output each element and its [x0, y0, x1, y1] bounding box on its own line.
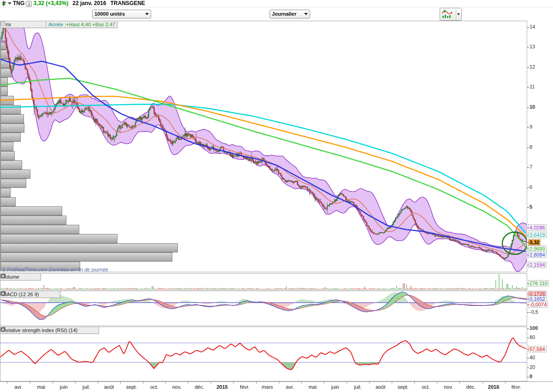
time-axis-tick — [188, 382, 188, 384]
time-axis-tick — [301, 382, 302, 384]
close-icon[interactable] — [25, 22, 30, 27]
time-axis-label: juil. — [82, 384, 90, 390]
axis-tick — [527, 328, 529, 329]
time-axis-label: juin — [60, 384, 68, 390]
window-icon[interactable] — [27, 275, 32, 280]
rsi-chart[interactable] — [0, 327, 527, 381]
value-tag: 57,584 — [528, 346, 547, 352]
axis-tick — [527, 167, 529, 168]
time-axis-tick — [369, 382, 370, 384]
tool-icon-disabled — [38, 22, 43, 27]
axis-label: 12 — [529, 64, 535, 70]
axis-label: 8 — [529, 144, 532, 150]
value-tag: 2,8084 — [528, 252, 547, 258]
period-dropdown[interactable]: Journalier — [270, 10, 310, 18]
axis-tick — [527, 47, 529, 47]
rsi-panel-title: Relative strength index (RSI) (14) — [2, 328, 77, 333]
wrench-icon[interactable] — [79, 328, 84, 333]
value-tag: 276 110 — [528, 280, 549, 287]
axis-tick — [527, 299, 529, 299]
annotation-year-range: Année :+Haut 4,40 +Bas 2,47 — [48, 22, 115, 27]
close-icon[interactable] — [53, 292, 58, 297]
time-axis-label: 2016 — [488, 384, 499, 390]
units-dropdown-value: 10000 unités — [94, 11, 125, 17]
axis-label: 40 — [529, 355, 535, 360]
wrench-icon[interactable] — [12, 22, 18, 27]
time-axis-label: mars — [262, 384, 273, 390]
axis-label: 0 — [529, 374, 532, 379]
close-icon[interactable] — [34, 275, 39, 280]
chart-type-icon — [441, 9, 455, 19]
axis-tick — [527, 312, 529, 313]
chart-type-button[interactable] — [440, 8, 462, 21]
tool-icon-disabled — [32, 22, 37, 27]
value-axis: 1413121110987654,02863,64193,322,96892,8… — [527, 21, 553, 381]
time-axis-tick — [414, 382, 415, 384]
macd-chart[interactable] — [0, 291, 527, 326]
time-axis-label: oct. — [150, 384, 159, 390]
time-axis-label: avr. — [14, 384, 23, 390]
time-axis-tick — [53, 382, 53, 384]
time-axis-tick — [459, 382, 460, 384]
prorealtime-window: { "window": { "symbol": "TNG", "price": … — [0, 0, 553, 392]
chevron-down-icon — [304, 13, 308, 15]
time-axis-label: févr. — [512, 384, 521, 390]
volume-chart[interactable] — [0, 274, 527, 290]
time-axis-tick — [392, 382, 392, 384]
time-axis-tick — [120, 382, 121, 384]
axis-label: 9 — [529, 124, 532, 129]
axis-tick — [527, 27, 529, 28]
instrument-icon — [1, 0, 6, 8]
macd-panel: MACD (12 26 9) — [0, 291, 527, 326]
axis-tick — [527, 147, 529, 148]
axis-label: 14 — [529, 24, 535, 29]
axis-label: 20 — [529, 364, 535, 370]
window-icon[interactable] — [85, 328, 90, 333]
time-axis-label: nov. — [444, 384, 453, 390]
rsi-panel: Relative strength index (RSI) (14) — [0, 327, 527, 381]
axis-tick — [527, 255, 529, 255]
axis-tick — [527, 304, 529, 305]
time-axis-label: juin — [331, 384, 339, 390]
window-icon[interactable] — [19, 22, 24, 27]
axis-tick — [527, 338, 529, 338]
time-axis-label: mai — [308, 384, 317, 390]
time-axis-tick — [347, 382, 347, 384]
copyright: © ProRealTime.com Données en fin de jour… — [2, 267, 108, 272]
axis-tick — [527, 265, 529, 265]
axis-label: 10 — [529, 104, 535, 110]
info-icon[interactable]: i — [26, 1, 32, 7]
time-axis-tick — [30, 382, 30, 384]
time-axis-label: août — [104, 384, 114, 390]
axis-label: 100 — [529, 325, 538, 331]
time-axis-label: oct. — [422, 384, 430, 390]
time-axis-tick — [482, 382, 483, 384]
wrench-icon[interactable] — [21, 275, 26, 280]
chevron-down-icon — [145, 13, 149, 15]
axis-tick — [527, 377, 529, 377]
time-axis-label: déc. — [466, 384, 476, 390]
time-axis-tick — [75, 382, 76, 384]
price-chart[interactable] — [0, 21, 527, 272]
axis-label: 13 — [529, 44, 535, 49]
time-axis-label: août — [376, 384, 385, 390]
value-tag: -0,0074 — [528, 301, 548, 308]
axis-label: 11 — [529, 84, 535, 89]
instrument-name: TRANSGENE — [111, 0, 145, 6]
axis-tick — [527, 207, 529, 208]
close-icon[interactable] — [92, 328, 97, 333]
axis-tick — [527, 187, 529, 188]
time-axis-tick — [279, 382, 279, 384]
value-tag: 2,9689 — [528, 246, 547, 252]
time-axis-tick — [165, 382, 166, 384]
value-tag: 4,0286 — [528, 224, 547, 231]
last-price: 3,32 (+3,43%) — [33, 0, 68, 6]
time-axis-label: déc. — [194, 384, 204, 390]
time-axis: avr.maijuinjuil.aoûtsept.oct.nov.déc.201… — [0, 381, 553, 392]
axis-tick — [527, 235, 529, 235]
wrench-icon[interactable] — [40, 292, 45, 297]
symbol-dropdown-caret[interactable] — [8, 2, 12, 5]
window-icon[interactable] — [47, 292, 52, 297]
time-axis-label: sept. — [398, 384, 409, 390]
units-dropdown[interactable]: 10000 unités — [92, 10, 151, 18]
